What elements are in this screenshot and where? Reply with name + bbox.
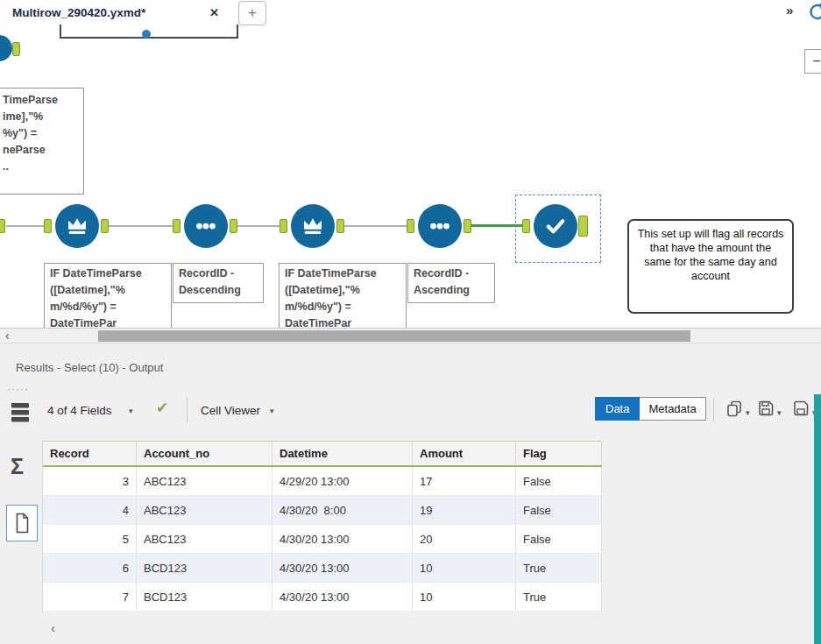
annotation-sort-descending[interactable]: RecordID - Descending — [173, 263, 264, 303]
cell-record[interactable]: 5 — [43, 525, 137, 554]
column-header-datetime[interactable]: Datetime — [272, 442, 413, 465]
upstream-output-anchor[interactable] — [0, 219, 5, 233]
toolbar-separator — [187, 398, 188, 422]
cell-record[interactable]: 6 — [43, 554, 137, 583]
cell-flag[interactable]: False — [516, 496, 602, 525]
connection-3[interactable] — [237, 225, 280, 227]
workflow-canvas[interactable]: TimeParse ime],"% %y") = neParse .. — [0, 25, 821, 328]
column-header-amount[interactable]: Amount — [413, 442, 516, 465]
tool5-output-anchor[interactable] — [578, 216, 588, 237]
partial-tool-icon[interactable] — [0, 35, 12, 61]
annotation-sort-ascending[interactable]: RecordID - Ascending — [407, 263, 495, 303]
copy-caret-icon[interactable]: ▾ — [746, 408, 750, 417]
results-table-header: Record Account_no Datetime Amount Flag — [43, 441, 602, 467]
table-row[interactable]: 5 ABC123 4/30/20 13:00 20 False — [43, 525, 602, 554]
copy-button[interactable]: ▾ — [725, 400, 750, 417]
new-workflow-tab-button[interactable]: + — [238, 1, 266, 25]
workflow-comment-box[interactable]: This set up will flag all records that h… — [627, 219, 794, 314]
grid-view-icon[interactable] — [11, 401, 30, 428]
tool4-output-anchor[interactable] — [464, 219, 471, 233]
connection-4[interactable] — [344, 225, 407, 227]
cell-amount[interactable]: 10 — [413, 583, 516, 612]
tool-sort-2[interactable] — [418, 204, 462, 248]
comment-selection-handle[interactable] — [142, 30, 151, 39]
cell-account[interactable]: ABC123 — [137, 525, 272, 554]
tab-close-icon[interactable]: ✕ — [209, 6, 219, 19]
annotation-multirow-2[interactable]: IF DateTimeParse ([Datetime],"% m/%d/%y"… — [279, 263, 407, 328]
formula-annotation-clipped[interactable]: TimeParse ime],"% %y") = neParse .. — [0, 88, 84, 195]
tool3-input-anchor[interactable] — [280, 219, 287, 233]
tool3-output-anchor[interactable] — [336, 219, 344, 233]
table-row[interactable]: 4 ABC123 4/30/20 8:00 19 False — [43, 496, 602, 525]
cell-flag[interactable]: True — [516, 554, 602, 583]
sigma-view-icon[interactable]: Σ — [11, 454, 24, 478]
table-scroll-left-icon[interactable]: ‹ — [51, 620, 55, 635]
tool-multi-row-formula-1[interactable] — [55, 204, 99, 248]
save-button[interactable]: ▾ — [757, 400, 782, 417]
page-view-selected[interactable] — [6, 505, 38, 541]
cell-datetime[interactable]: 4/30/20 13:00 — [272, 554, 413, 583]
cell-account[interactable]: ABC123 — [137, 496, 272, 525]
cell-datetime[interactable]: 4/30/20 8:00 — [272, 496, 413, 525]
apply-check-icon[interactable]: ✔ — [156, 399, 168, 417]
cell-record[interactable]: 7 — [43, 583, 137, 612]
annotation-multirow-1[interactable]: IF DateTimeParse ([Datetime],"% m/%d/%y"… — [44, 263, 172, 328]
cell-record[interactable]: 3 — [43, 467, 137, 496]
table-row[interactable]: 7 BCD123 4/30/20 13:00 10 True — [43, 583, 602, 612]
multi-row-formula-icon — [64, 213, 90, 239]
schedule-refresh-icon[interactable] — [807, 1, 821, 22]
tool1-input-anchor[interactable] — [44, 219, 52, 233]
cell-amount[interactable]: 10 — [413, 554, 516, 583]
fields-dropdown[interactable]: 4 of 4 Fields — [47, 400, 112, 422]
canvas-horizontal-scrollbar[interactable]: ‹ — [0, 328, 821, 343]
connection-2[interactable] — [109, 225, 173, 227]
tool-sort-1[interactable] — [184, 204, 228, 248]
tool-select[interactable] — [534, 204, 577, 248]
cell-account[interactable]: BCD123 — [137, 554, 272, 583]
cell-flag[interactable]: False — [516, 525, 602, 554]
scroll-left-arrow-icon[interactable]: ‹ — [5, 329, 10, 344]
page-view-icon — [14, 513, 31, 534]
fields-dropdown-caret-icon[interactable]: ▾ — [129, 400, 133, 422]
results-pane-title: Results - Select (10) - Output — [16, 361, 163, 374]
table-row[interactable]: 6 BCD123 4/30/20 13:00 10 True — [43, 554, 602, 583]
cell-datetime[interactable]: 4/30/20 13:00 — [272, 583, 413, 612]
partial-tool-output-anchor[interactable] — [12, 42, 20, 56]
tool2-input-anchor[interactable] — [173, 219, 180, 233]
save-caret-icon[interactable]: ▾ — [777, 408, 782, 417]
pane-grip-handle[interactable]: ····· — [7, 386, 29, 393]
data-tab-button[interactable]: Data — [595, 397, 640, 421]
collapse-minus-button[interactable]: − — [804, 49, 821, 74]
cell-record[interactable]: 4 — [43, 496, 137, 525]
metadata-tab-button[interactable]: Metadata — [640, 397, 705, 421]
cell-amount[interactable]: 20 — [413, 525, 516, 554]
cell-viewer-caret-icon[interactable]: ▾ — [270, 400, 274, 422]
connection-1[interactable] — [6, 225, 44, 227]
cell-datetime[interactable]: 4/30/20 13:00 — [272, 525, 413, 554]
tab-overflow-button[interactable]: » — [786, 3, 793, 18]
column-header-account[interactable]: Account_no — [137, 442, 272, 465]
tool4-input-anchor[interactable] — [407, 219, 414, 233]
tool1-output-anchor[interactable] — [101, 219, 109, 233]
column-header-flag[interactable]: Flag — [516, 442, 602, 465]
workflow-tab-title: Multirow_290420.yxmd* — [12, 6, 145, 19]
tool-multi-row-formula-2[interactable] — [291, 204, 335, 248]
tool5-input-anchor[interactable] — [522, 219, 530, 233]
alteryx-designer-window: Multirow_290420.yxmd* ✕ + » TimeParse im… — [0, 0, 821, 644]
cell-amount[interactable]: 17 — [413, 467, 516, 496]
cell-flag[interactable]: True — [516, 583, 602, 612]
column-header-record[interactable]: Record — [43, 442, 137, 465]
cell-viewer-dropdown[interactable]: Cell Viewer — [201, 400, 260, 422]
workflow-tab-bar: Multirow_290420.yxmd* ✕ + » — [0, 0, 821, 25]
cell-account[interactable]: BCD123 — [137, 583, 272, 612]
sort-dots-icon — [193, 213, 219, 239]
cell-amount[interactable]: 19 — [413, 496, 516, 525]
cell-datetime[interactable]: 4/29/20 13:00 — [272, 467, 413, 496]
scrollbar-thumb[interactable] — [98, 330, 690, 342]
cell-flag[interactable]: False — [516, 467, 602, 496]
workflow-tab[interactable]: Multirow_290420.yxmd* ✕ — [4, 0, 228, 25]
cell-account[interactable]: ABC123 — [137, 467, 272, 496]
export-button-clipped[interactable]: ▾ — [792, 400, 817, 417]
table-row[interactable]: 3 ABC123 4/29/20 13:00 17 False — [43, 467, 602, 496]
tool2-output-anchor[interactable] — [230, 219, 237, 233]
